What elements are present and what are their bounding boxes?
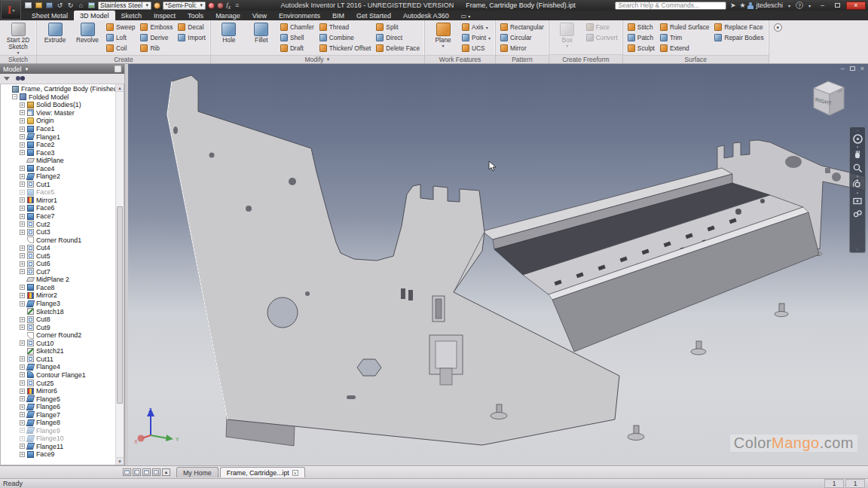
tree-expander-icon[interactable]: + <box>20 396 25 401</box>
look-at-icon[interactable] <box>851 195 863 207</box>
extend-button[interactable]: Extend <box>659 43 711 53</box>
emboss-button[interactable]: Emboss <box>139 22 174 32</box>
open-folder-icon[interactable] <box>35 2 43 9</box>
doc-minimize-button[interactable]: – <box>841 65 845 72</box>
tree-item-cut10[interactable]: +Cut10 <box>2 340 115 348</box>
tree-item-solid-bodies-1[interactable]: +Solid Bodies(1) <box>2 101 115 109</box>
tree-expander-icon[interactable]: + <box>20 253 25 258</box>
axis-button[interactable]: Axis▾ <box>460 22 492 32</box>
thicken-offset-button[interactable]: Thicken/ Offset <box>318 43 373 53</box>
tree-item-mirror6[interactable]: +Mirror6 <box>2 387 115 395</box>
tree-item-face5[interactable]: +Face5 <box>2 188 115 197</box>
hole-button[interactable]: Hole <box>214 22 244 44</box>
pan-icon[interactable] <box>851 149 863 161</box>
overflow-icon[interactable]: ≡ <box>233 2 241 9</box>
combine-button[interactable]: Combine <box>318 32 373 43</box>
tree-expander-icon[interactable]: + <box>20 317 25 322</box>
tree-item-corner-round1[interactable]: Corner Round1 <box>2 236 115 244</box>
direct-button[interactable]: Direct <box>374 32 421 43</box>
tree-expander-icon[interactable]: + <box>20 150 25 155</box>
tree-item-flange5[interactable]: +Flange5 <box>2 395 115 403</box>
mirror-button[interactable]: Mirror <box>499 43 546 53</box>
tree-expander-icon[interactable]: + <box>20 190 25 195</box>
display-options-icon[interactable]: ▭ ▾ <box>461 13 471 20</box>
tree-item-cut1[interactable]: +Cut1 <box>2 181 115 189</box>
appearance-select[interactable]: *Semi-Poli:▼ <box>163 2 206 10</box>
ribbon-overflow-button[interactable]: ▼ <box>769 20 787 63</box>
sweep-button[interactable]: Sweep <box>105 22 136 32</box>
tree-item-flange7[interactable]: +Flange7 <box>2 410 115 419</box>
tree-item-flange11[interactable]: +Flange11 <box>2 443 115 451</box>
arrange-vertical-icon[interactable] <box>152 468 160 476</box>
doc-close-button[interactable]: × <box>860 65 864 72</box>
tab-view[interactable]: View <box>246 11 273 20</box>
tree-item-flange8[interactable]: +Flange8 <box>2 419 115 427</box>
navigation-wheel-icon[interactable] <box>851 133 863 145</box>
navbar-grip-icon[interactable]: ○ <box>856 129 858 132</box>
chamfer-button[interactable]: Chamfer <box>279 22 316 32</box>
doc-tab-my-home[interactable]: My Home <box>176 467 219 477</box>
tree-item-midplane[interactable]: MidPlane <box>2 157 115 165</box>
tree-item-cut25[interactable]: +Cut25 <box>2 379 115 387</box>
home-icon[interactable]: ⌂ <box>77 2 85 9</box>
tree-expander-icon[interactable]: + <box>20 102 25 108</box>
tree-expander-icon[interactable]: + <box>20 372 25 377</box>
help-icon[interactable]: ? <box>796 2 803 9</box>
tree-expander-icon[interactable]: + <box>20 420 25 425</box>
tree-item-cut4[interactable]: +Cut4 <box>2 244 115 252</box>
tree-expander-icon[interactable]: + <box>20 412 25 417</box>
circular-button[interactable]: Circular <box>499 32 546 43</box>
trim-button[interactable]: Trim <box>659 32 711 43</box>
ucs-button[interactable]: UCS <box>460 43 492 53</box>
material-select[interactable]: Stainless Steel▼ <box>98 2 151 10</box>
clear-appearance-icon[interactable] <box>217 2 224 9</box>
browser-header[interactable]: Model ▼ <box>0 64 124 74</box>
tree-expander-icon[interactable]: + <box>20 285 25 290</box>
tree-item-face3[interactable]: +Face3 <box>2 148 115 157</box>
tree-item-sketch21[interactable]: Sketch21 <box>2 347 115 355</box>
tree-expander-icon[interactable]: + <box>20 110 25 115</box>
scroll-down-icon[interactable]: ▼ <box>116 457 124 465</box>
convert-button[interactable]: Convert <box>585 32 619 43</box>
tree-item-flange10[interactable]: +Flange10 <box>2 435 115 443</box>
import-button[interactable]: Import <box>176 32 207 43</box>
tree-expander-icon[interactable]: + <box>20 134 25 139</box>
parameters-fx-icon[interactable]: fx <box>226 1 231 11</box>
tree-item-view-master[interactable]: +View: Master <box>2 109 115 117</box>
tab-3d-model[interactable]: 3D Model <box>74 11 115 20</box>
tree-item-flange1[interactable]: +Flange1 <box>2 133 115 141</box>
viewport-3d[interactable]: – × <box>128 64 868 465</box>
minimize-button[interactable]: – <box>816 2 829 10</box>
tree-item-folded-model[interactable]: −Folded Model <box>2 93 115 102</box>
expand-tabs-icon[interactable]: ▲ <box>162 468 170 476</box>
doc-restore-button[interactable] <box>850 66 855 71</box>
revolve-button[interactable]: Revolve <box>72 22 102 44</box>
tree-item-origin[interactable]: +Origin <box>2 117 115 125</box>
replace-face-button[interactable]: Replace Face <box>713 22 765 32</box>
decal-button[interactable]: Decal <box>176 22 207 32</box>
tree-expander-icon[interactable]: + <box>20 197 25 203</box>
save-icon[interactable] <box>45 2 53 9</box>
thread-button[interactable]: Thread <box>318 22 373 32</box>
browser-options-icon[interactable] <box>115 66 121 72</box>
doc-tab-frame-cartridge-ipt[interactable]: Frame, Cartridge...ipt× <box>220 467 305 477</box>
tile-windows-icon[interactable] <box>133 468 141 476</box>
tree-item-face1[interactable]: +Face1 <box>2 125 115 133</box>
help-chevron-icon[interactable]: ▾ <box>805 2 814 9</box>
rib-button[interactable]: Rib <box>139 43 174 53</box>
sheet-metal-part-model[interactable] <box>128 64 868 465</box>
tree-expander-icon[interactable]: + <box>20 166 25 171</box>
tree-item-frame-cartridge-body-finished-ipt[interactable]: Frame, Cartridge Body (Finished).ipt <box>2 85 115 93</box>
tree-expander-icon[interactable]: + <box>20 428 25 433</box>
tree-expander-icon[interactable]: + <box>20 127 25 132</box>
ribbon-group-label[interactable]: Modify▼ <box>211 55 424 63</box>
point-button[interactable]: Point▾ <box>460 32 492 43</box>
tree-expander-icon[interactable]: + <box>20 269 25 274</box>
tree-item-sketch18[interactable]: Sketch18 <box>2 307 115 316</box>
arrange-horizontal-icon[interactable] <box>142 468 151 476</box>
tree-item-face8[interactable]: +Face8 <box>2 284 115 292</box>
stitch-button[interactable]: Stitch <box>626 22 656 32</box>
tree-item-flange6[interactable]: +Flange6 <box>2 403 115 411</box>
tree-item-cut6[interactable]: +Cut6 <box>2 260 115 268</box>
tree-expander-icon[interactable]: + <box>20 340 25 346</box>
